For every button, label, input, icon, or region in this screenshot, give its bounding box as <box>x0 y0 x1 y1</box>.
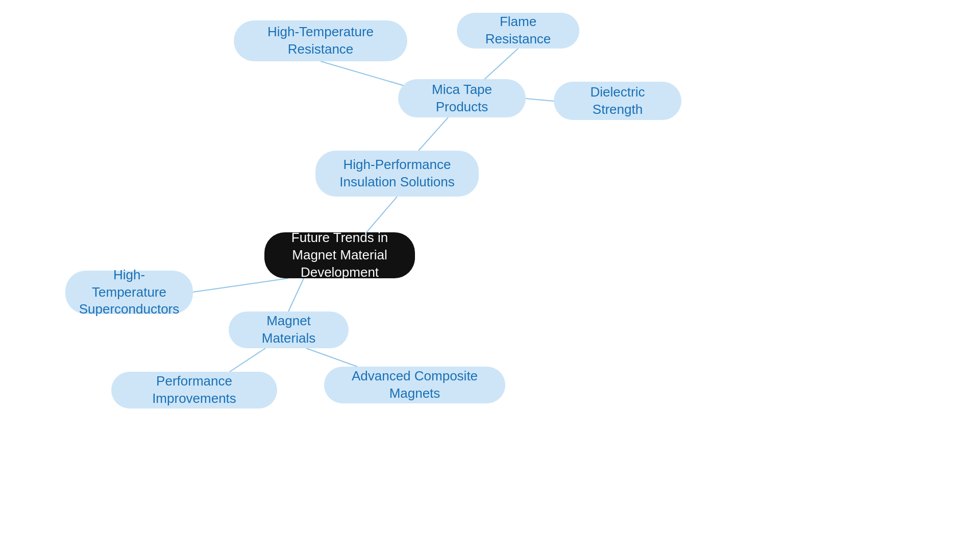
svg-line-3 <box>419 117 448 151</box>
svg-line-2 <box>526 99 554 101</box>
svg-line-7 <box>230 348 265 372</box>
node-performance-improvements[interactable]: Performance Improvements <box>111 372 277 408</box>
node-future-trends-central[interactable]: Future Trends in Magnet Material Develop… <box>264 232 415 278</box>
node-mica-tape-products[interactable]: Mica Tape Products <box>398 79 526 117</box>
svg-line-8 <box>306 348 357 367</box>
svg-line-4 <box>366 197 397 232</box>
node-dielectric-strength[interactable]: Dielectric Strength <box>554 82 681 120</box>
node-advanced-composite-magnets[interactable]: Advanced Composite Magnets <box>324 367 505 403</box>
svg-line-5 <box>193 278 288 292</box>
node-high-temperature-resistance[interactable]: High-Temperature Resistance <box>234 20 407 61</box>
node-high-temperature-superconductors[interactable]: High-Temperature Superconductors <box>65 271 193 314</box>
node-flame-resistance[interactable]: Flame Resistance <box>457 13 579 49</box>
mind-map-container: High-Temperature Resistance Flame Resist… <box>0 0 980 553</box>
node-magnet-materials[interactable]: Magnet Materials <box>229 311 349 348</box>
svg-line-6 <box>288 278 304 311</box>
node-high-performance-insulation[interactable]: High-Performance Insulation Solutions <box>315 151 479 197</box>
